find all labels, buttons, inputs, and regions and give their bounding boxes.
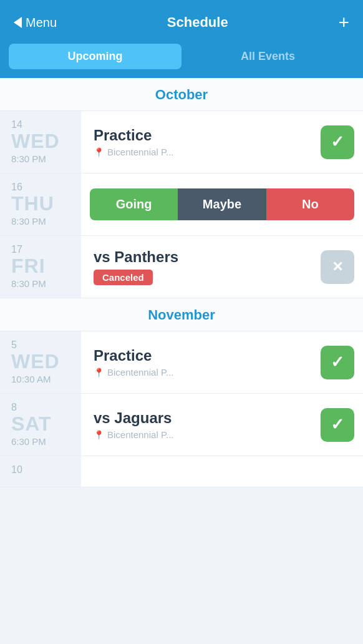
going-status-button[interactable]: ✓	[321, 408, 354, 442]
rsvp-going-button[interactable]: Going	[90, 188, 178, 220]
chevron-left-icon	[14, 17, 22, 28]
event-content: Practice 📍 Bicentennial P... ✓	[81, 331, 363, 393]
date-number: 16	[11, 182, 22, 192]
date-column: 5 WED 10:30 AM	[0, 331, 81, 393]
going-status-button[interactable]: ✓	[321, 125, 354, 159]
event-row-partial: 10	[0, 456, 363, 487]
event-title: vs Jaguars	[94, 409, 313, 427]
tab-upcoming[interactable]: Upcoming	[9, 44, 182, 69]
x-status-button[interactable]: ✕	[321, 250, 354, 284]
rsvp-bar: Going Maybe No	[90, 188, 354, 220]
event-info: vs Panthers Canceled	[94, 248, 313, 285]
date-column: 16 THU 8:30 PM	[0, 173, 81, 235]
date-number: 14	[11, 120, 22, 130]
going-status-button[interactable]: ✓	[321, 346, 354, 379]
date-column: 17 FRI 8:30 PM	[0, 236, 81, 298]
pin-icon: 📍	[94, 368, 104, 378]
x-icon: ✕	[332, 259, 343, 275]
check-icon: ✓	[331, 415, 344, 434]
event-info: vs Jaguars 📍 Bicentennial P...	[94, 409, 313, 441]
location-text: Bicentennial P...	[107, 367, 173, 378]
date-column: 10	[0, 456, 81, 487]
pin-icon: 📍	[94, 430, 104, 440]
event-info: Practice 📍 Bicentennial P...	[94, 127, 313, 158]
date-day: FRI	[11, 256, 46, 276]
month-header-october: October	[0, 78, 363, 111]
date-day: SAT	[11, 414, 52, 434]
add-event-button[interactable]: +	[338, 13, 349, 32]
date-column: 8 SAT 6:30 PM	[0, 394, 81, 456]
event-row-canceled: 17 FRI 8:30 PM vs Panthers Canceled ✕	[0, 236, 363, 298]
app-header: Menu Schedule +	[0, 0, 363, 44]
event-location: 📍 Bicentennial P...	[94, 147, 313, 157]
menu-button[interactable]: Menu	[14, 16, 57, 30]
check-icon: ✓	[331, 353, 344, 372]
date-time: 8:30 PM	[11, 278, 46, 289]
event-content	[81, 456, 363, 487]
event-location: 📍 Bicentennial P...	[94, 429, 313, 440]
date-time: 8:30 PM	[11, 216, 46, 227]
date-time: 8:30 PM	[11, 154, 46, 164]
date-time: 10:30 AM	[11, 374, 51, 384]
event-row: 8 SAT 6:30 PM vs Jaguars 📍 Bicentennial …	[0, 394, 363, 456]
date-day: THU	[11, 193, 54, 213]
canceled-badge: Canceled	[94, 270, 153, 285]
event-info: Practice 📍 Bicentennial P...	[94, 347, 313, 378]
rsvp-no-button[interactable]: No	[266, 188, 354, 220]
date-day: WED	[11, 131, 60, 151]
event-title: Practice	[94, 127, 313, 145]
event-row: 5 WED 10:30 AM Practice 📍 Bicentennial P…	[0, 331, 363, 394]
event-content: vs Jaguars 📍 Bicentennial P... ✓	[81, 394, 363, 456]
event-title: Practice	[94, 347, 313, 365]
location-text: Bicentennial P...	[107, 147, 173, 157]
date-column: 14 WED 8:30 PM	[0, 111, 81, 173]
event-title: vs Panthers	[94, 248, 313, 266]
event-content: Practice 📍 Bicentennial P... ✓	[81, 111, 363, 173]
date-time: 6:30 PM	[11, 436, 46, 447]
event-location: 📍 Bicentennial P...	[94, 367, 313, 378]
event-row-rsvp: 16 THU 8:30 PM Going Maybe No	[0, 173, 363, 236]
date-number: 17	[11, 245, 22, 255]
date-number: 8	[11, 402, 17, 412]
event-content: vs Panthers Canceled ✕	[81, 236, 363, 298]
tab-all-events[interactable]: All Events	[182, 44, 354, 69]
month-header-november: November	[0, 298, 363, 331]
event-row: 14 WED 8:30 PM Practice 📍 Bicentennial P…	[0, 111, 363, 173]
date-day: WED	[11, 351, 60, 371]
date-number: 5	[11, 340, 17, 350]
date-number: 10	[11, 465, 22, 475]
rsvp-content: Going Maybe No	[81, 173, 363, 235]
tab-bar: Upcoming All Events	[0, 44, 363, 78]
check-icon: ✓	[331, 132, 344, 152]
location-text: Bicentennial P...	[107, 429, 173, 440]
rsvp-maybe-button[interactable]: Maybe	[178, 188, 266, 220]
pin-icon: 📍	[94, 147, 104, 157]
menu-label: Menu	[26, 16, 57, 30]
page-title: Schedule	[167, 14, 228, 31]
